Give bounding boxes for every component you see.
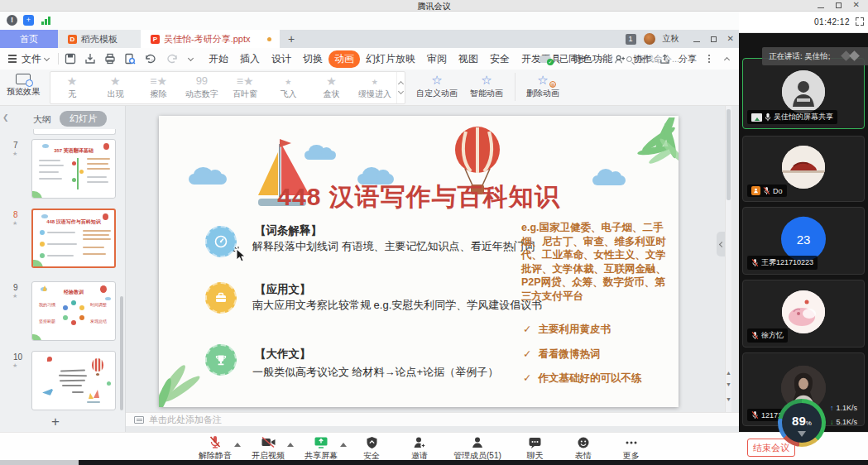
- signal-bars-icon[interactable]: [41, 15, 52, 26]
- undo-icon[interactable]: [144, 53, 159, 65]
- section-body[interactable]: 解释段落中划线词 有语境、主要记忆知识点、看近年热门词: [252, 239, 535, 254]
- tab-docer[interactable]: D稻壳模板: [58, 30, 141, 48]
- gallery-scroll[interactable]: [396, 72, 405, 103]
- share-screen-button[interactable]: 共享屏幕: [305, 435, 338, 462]
- section-body[interactable]: 南大应用文考察比较常规 e.g.安慰失利同学、学风建设倡议书: [252, 298, 542, 313]
- print-preview-icon[interactable]: [124, 53, 136, 65]
- wps-restore-icon[interactable]: [711, 36, 717, 42]
- menu-view[interactable]: 视图: [453, 50, 484, 68]
- anim-slow-enter[interactable]: ⭑缓慢进入: [353, 72, 396, 103]
- anim-fly-in[interactable]: ⭑飞入: [266, 72, 309, 103]
- participant-tile[interactable]: Do: [742, 136, 865, 202]
- redo-icon[interactable]: [167, 53, 179, 65]
- tab-home[interactable]: 首页: [0, 30, 58, 48]
- custom-animation-button[interactable]: ☆自定义动画: [414, 73, 460, 99]
- tab-slides-active[interactable]: 幻灯片: [60, 111, 107, 127]
- checklist-item[interactable]: 主要利用黄皮书: [523, 323, 611, 337]
- chat-button[interactable]: 聊天: [521, 435, 549, 462]
- thumbnail-slide-9[interactable]: 经验教训 我的习惯 时间调整 坚持刷题 发现总结: [31, 281, 116, 341]
- security-button[interactable]: 安全: [357, 435, 386, 462]
- maximize-icon[interactable]: [836, 2, 842, 8]
- collaborate-button[interactable]: 协作: [633, 53, 651, 65]
- section-heading[interactable]: 【大作文】: [255, 347, 311, 362]
- preview-effect-button[interactable]: 预览效果: [5, 73, 41, 103]
- checklist-item[interactable]: 看看微博热词: [523, 348, 600, 362]
- slide-side-note[interactable]: e.g.国家卫健委、电子烟、二手烟、尼古丁、审查、维多利亚时代、工业革命、女性主…: [521, 221, 672, 303]
- minimize-icon[interactable]: [818, 7, 824, 8]
- tab-outline[interactable]: 大纲: [33, 113, 51, 126]
- notes-bar[interactable]: 单击此处添加备注: [126, 412, 739, 426]
- save-icon[interactable]: [65, 53, 76, 65]
- checklist-item[interactable]: 作文基础好的可以不练: [523, 372, 641, 386]
- add-slide-button[interactable]: +: [51, 414, 60, 430]
- section-body[interactable]: 一般类似高考议论文 给材料→论点+论据（举例子）: [252, 365, 498, 380]
- thumbnail-slide-10[interactable]: [31, 351, 116, 410]
- wps-window: ! + 首页 D稻壳模板 P吴佳怡-考研分享.pptx + 1 立秋 ✕ 文件: [0, 12, 739, 432]
- section-heading[interactable]: 【词条解释】: [255, 223, 322, 238]
- emoji-button[interactable]: 表情: [569, 435, 597, 462]
- smart-animation-button[interactable]: ☆智能动画: [463, 73, 510, 99]
- anim-box[interactable]: ★盒状: [310, 72, 353, 103]
- thumbnail-slide-7[interactable]: 357 英语翻译基础: [31, 139, 116, 199]
- anim-wipe[interactable]: ≡★擦除: [137, 72, 180, 103]
- thumbnail-scrollbar[interactable]: [120, 296, 123, 410]
- delete-animation-button[interactable]: ☆⊗删除动画: [520, 73, 566, 99]
- anim-dynamic-number[interactable]: 99动态数字: [180, 72, 223, 103]
- fullscreen-icon[interactable]: [856, 17, 864, 26]
- next-slide-icon[interactable]: ▼: [726, 395, 731, 404]
- invite-button[interactable]: 邀请: [405, 435, 434, 462]
- wps-close-icon[interactable]: ✕: [727, 35, 734, 43]
- new-tab-button[interactable]: +: [280, 30, 303, 48]
- network-quality-gauge[interactable]: 89%: [778, 399, 826, 447]
- shield-plus-icon[interactable]: +: [23, 15, 34, 26]
- sync-status[interactable]: 已同步: [559, 53, 587, 65]
- hamburger-icon[interactable]: [8, 58, 17, 60]
- share-button[interactable]: 分享: [679, 53, 697, 65]
- menu-slideshow[interactable]: 幻灯片放映: [360, 50, 421, 68]
- scroll-up-icon[interactable]: ▲: [726, 369, 731, 377]
- quick-access-chevron-icon[interactable]: [188, 55, 194, 60]
- anim-none[interactable]: ★无: [50, 72, 94, 103]
- menu-review[interactable]: 审阅: [421, 50, 453, 68]
- anim-appear[interactable]: ★出现: [94, 72, 137, 103]
- menu-design[interactable]: 设计: [266, 50, 297, 68]
- scroll-down-icon[interactable]: ▼: [726, 381, 731, 389]
- wps-minimize-icon[interactable]: [693, 41, 700, 42]
- video-options-arrow[interactable]: [287, 439, 294, 447]
- anim-blinds[interactable]: ≡★百叶窗: [223, 72, 266, 103]
- account-name[interactable]: 立秋: [663, 33, 679, 45]
- info-icon[interactable]: !: [7, 15, 17, 26]
- canvas-scrollbar[interactable]: [725, 106, 731, 412]
- file-menu[interactable]: 文件: [22, 52, 41, 66]
- thumbnail-partial[interactable]: [33, 129, 116, 135]
- panel-collapse-icon[interactable]: ❮: [2, 113, 9, 122]
- slide-title[interactable]: 448 汉语写作与百科知识: [159, 180, 679, 214]
- menu-transition[interactable]: 切换: [297, 50, 328, 68]
- start-video-button[interactable]: 开启视频: [252, 435, 285, 462]
- unmute-button[interactable]: 解除静音: [199, 435, 232, 462]
- account-avatar[interactable]: [644, 33, 655, 45]
- mute-options-arrow[interactable]: [234, 439, 241, 447]
- participant-tile-screenshare[interactable]: 吴佳怡的屏幕共享: [742, 58, 865, 129]
- tab-document-active[interactable]: P吴佳怡-考研分享.pptx: [141, 30, 280, 48]
- menu-insert[interactable]: 插入: [234, 50, 266, 68]
- share-options-arrow[interactable]: [340, 439, 347, 447]
- file-menu-chevron-icon[interactable]: [44, 55, 50, 60]
- participant-tile[interactable]: 徐方忆: [742, 280, 865, 348]
- participant-tile[interactable]: 23 王霁121710223: [742, 207, 865, 275]
- thumbnail-slide-8-selected[interactable]: 448 汉语写作与百科知识: [31, 209, 116, 268]
- animation-indicator-icon: ★: [12, 362, 17, 369]
- collapse-ribbon-icon[interactable]: [724, 56, 730, 62]
- output-icon[interactable]: [84, 53, 96, 65]
- notification-badge[interactable]: 1: [626, 34, 636, 45]
- slide-canvas[interactable]: 448 汉语写作与百科知识 【词条解释】 解释段落中划线词 有语境、主要记忆知识…: [159, 116, 679, 407]
- more-button[interactable]: 更多: [617, 435, 645, 462]
- manage-members-button[interactable]: 管理成员(51): [453, 435, 501, 462]
- print-icon[interactable]: [104, 53, 116, 65]
- close-icon[interactable]: ✕: [853, 1, 860, 9]
- menu-animation-active[interactable]: 动画: [328, 50, 360, 68]
- menu-security[interactable]: 安全: [484, 50, 516, 68]
- section-heading[interactable]: 【应用文】: [255, 282, 311, 297]
- more-menu-icon[interactable]: [708, 58, 710, 60]
- menu-start[interactable]: 开始: [203, 50, 234, 68]
